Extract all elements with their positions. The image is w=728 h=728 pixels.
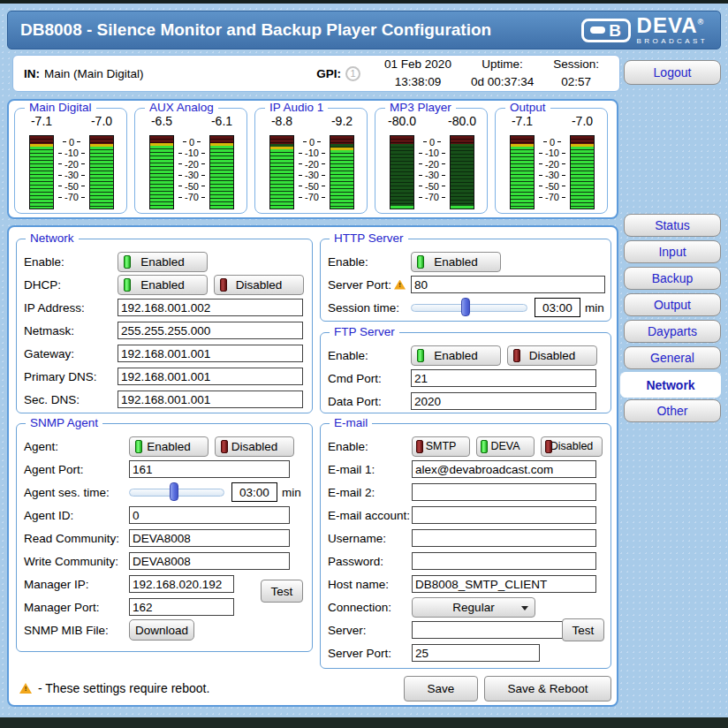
window-top-edge: [0, 0, 728, 4]
meter-main-digital: Main Digital -7.1-7.0 0 -10 -20 -30 -50 …: [14, 108, 127, 214]
dhcp-disabled-button[interactable]: Disabled: [214, 275, 304, 295]
meter-bar-right: [209, 135, 234, 209]
led-green-icon: [481, 440, 488, 453]
ftp-cmd-port-input[interactable]: [411, 369, 596, 387]
email-2-input[interactable]: [412, 483, 596, 501]
slider-thumb[interactable]: [170, 482, 178, 501]
gateway-input[interactable]: [118, 345, 303, 362]
meter-scale: 0 -10 -20 -30 -50 -70: [535, 137, 570, 202]
meter-value-left: -6.5: [137, 114, 186, 128]
sidebar-item-dayparts[interactable]: Dayparts: [624, 320, 721, 343]
meter-ip-audio-1: IP Audio 1 -8.8-9.2 0 -10 -20 -30 -50 -7…: [254, 108, 368, 214]
ftp-data-port-input[interactable]: [411, 392, 596, 410]
uptime: Uptime:0d 00:37:34: [471, 56, 534, 92]
page-title: DB8008 - Silence Monitor and Backup Play…: [20, 20, 491, 40]
sidebar-item-status[interactable]: Status: [624, 214, 721, 237]
led-red-icon: [545, 440, 552, 453]
agent-id-input[interactable]: [129, 506, 290, 524]
window-bottom-edge: [0, 717, 728, 728]
sidebar-item-network[interactable]: Network: [620, 372, 721, 398]
led-green-icon: [135, 440, 142, 453]
ftp-enabled-button[interactable]: Enabled: [411, 345, 501, 366]
netmask-input[interactable]: [118, 322, 303, 339]
session-time-value[interactable]: 03:00: [535, 298, 580, 317]
password-input[interactable]: [412, 552, 596, 570]
session-time-slider[interactable]: [411, 304, 527, 312]
header-bar: DB8008 - Silence Monitor and Backup Play…: [7, 11, 721, 49]
http-enable-button[interactable]: Enabled: [411, 252, 501, 272]
email-account-input[interactable]: [412, 506, 596, 524]
agent-port-input[interactable]: [129, 460, 290, 478]
ip-address-input[interactable]: [118, 299, 303, 316]
email-deva-button[interactable]: DEVA: [476, 436, 535, 457]
email-smtp-button[interactable]: SMTP: [412, 436, 470, 457]
host-name-input[interactable]: [412, 575, 596, 593]
led-red-icon: [513, 349, 520, 362]
input-source: IN: Main (Main Digital): [24, 67, 316, 80]
led-green-icon: [124, 278, 131, 292]
snmp-agent-section: SNMP Agent Agent: Enabled Disabled Agent…: [16, 423, 313, 652]
manager-ip-input[interactable]: [129, 575, 234, 593]
meter-title: Main Digital: [25, 101, 96, 114]
email-1-input[interactable]: [412, 460, 596, 478]
logout-button[interactable]: Logout: [624, 60, 721, 85]
http-server-port-input[interactable]: [411, 276, 605, 293]
username-input[interactable]: [412, 529, 596, 547]
meter-value-left: -7.1: [17, 114, 66, 128]
dhcp-enabled-button[interactable]: Enabled: [118, 275, 208, 295]
sidebar-item-output[interactable]: Output: [624, 293, 721, 316]
snmp-test-button[interactable]: Test: [261, 580, 303, 603]
chevron-down-icon: [521, 606, 528, 610]
gpi-indicator: GPI: 1: [316, 66, 360, 81]
secondary-dns-input[interactable]: [118, 391, 303, 408]
logo-subtitle: BROADCAST: [637, 38, 708, 45]
meter-aux-analog: AUX Analog -6.5-6.1 0 -10 -20 -30 -50 -7…: [134, 108, 247, 214]
session-timer: Session:02:57: [553, 56, 599, 92]
sidebar-item-other[interactable]: Other: [624, 399, 721, 422]
slider-thumb[interactable]: [461, 298, 470, 316]
download-mib-button[interactable]: Download: [129, 619, 194, 641]
primary-dns-input[interactable]: [118, 368, 303, 385]
meter-scale: 0 -10 -20 -30 -50 -70: [414, 137, 450, 202]
meter-scale: 0 -10 -20 -30 -50 -70: [54, 137, 89, 202]
meter-bar-right: [570, 135, 595, 209]
meter-bar-right: [89, 135, 114, 209]
email-test-button[interactable]: Test: [562, 618, 604, 641]
email-disabled-button[interactable]: Disabled: [541, 436, 603, 457]
deva-logo: B DEVA® BROADCAST: [581, 15, 708, 45]
snmp-enabled-button[interactable]: Enabled: [129, 436, 209, 457]
snmp-disabled-button[interactable]: Disabled: [215, 436, 294, 457]
network-enable-button[interactable]: Enabled: [118, 252, 208, 272]
meter-value-left: -80.0: [377, 114, 427, 128]
sidebar-item-general[interactable]: General: [624, 346, 721, 369]
led-red-icon: [221, 440, 228, 453]
meter-title: AUX Analog: [145, 101, 218, 114]
sidebar-item-backup[interactable]: Backup: [624, 267, 721, 290]
logo-name: DEVA®: [637, 15, 708, 36]
agent-session-time-slider[interactable]: [129, 489, 224, 497]
meter-bar-left: [390, 135, 414, 209]
meter-value-right: -7.0: [77, 114, 126, 128]
save-button[interactable]: Save: [404, 676, 478, 701]
save-reboot-button[interactable]: Save & Reboot: [484, 676, 611, 701]
read-community-input[interactable]: [129, 529, 290, 547]
meter-title: IP Audio 1: [265, 101, 328, 114]
db-logo-icon: B: [581, 19, 631, 42]
meters-panel: Main Digital -7.1-7.0 0 -10 -20 -30 -50 …: [7, 99, 618, 219]
agent-session-time-value[interactable]: 03:00: [231, 482, 277, 502]
led-green-icon: [417, 255, 424, 269]
write-community-input[interactable]: [129, 552, 290, 570]
sidebar-item-input[interactable]: Input: [624, 240, 721, 263]
smtp-server-port-input[interactable]: [412, 644, 540, 662]
smtp-server-input[interactable]: [412, 621, 566, 639]
manager-port-input[interactable]: [129, 598, 234, 616]
ftp-disabled-button[interactable]: Disabled: [507, 345, 597, 366]
email-section: E-mail Enable: SMTP DEVA Disabled E-mail…: [320, 423, 611, 669]
meter-bar-left: [149, 135, 174, 209]
led-red-icon: [220, 278, 227, 292]
meter-value-right: -80.0: [437, 114, 487, 128]
reboot-note: - These settings require reboot.: [19, 681, 209, 695]
connection-select[interactable]: Regular: [412, 597, 535, 618]
meter-bar-left: [510, 135, 535, 209]
meter-output: Output -7.1-7.0 0 -10 -20 -30 -50 -70: [495, 108, 608, 214]
